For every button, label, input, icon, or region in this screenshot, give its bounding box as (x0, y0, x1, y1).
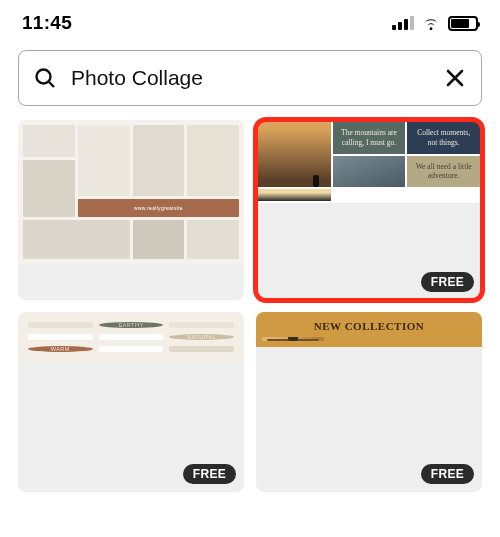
cellular-signal-icon (392, 16, 414, 30)
template-grid: www.reallygreatsite The mountains are ca… (0, 120, 500, 506)
template-card-mountain-quotes[interactable]: The mountains are calling, I must go. Co… (256, 120, 482, 300)
free-badge: FREE (421, 464, 474, 484)
clear-search-button[interactable] (443, 66, 467, 90)
photo-panel (258, 122, 331, 187)
photo-panel (99, 334, 164, 340)
template-watermark: www.reallygreatsite (134, 205, 183, 211)
photo-panel (28, 322, 93, 328)
photo-panel (169, 346, 234, 352)
status-time: 11:45 (22, 12, 72, 34)
template-title: NEW COLLECTION (262, 318, 476, 337)
quote-text: Collect moments, not things. (407, 122, 480, 154)
photo-panel (28, 334, 93, 340)
quote-text: The mountains are calling, I must go. (333, 122, 406, 154)
close-icon (443, 66, 467, 90)
template-card-interior[interactable]: www.reallygreatsite (18, 120, 244, 300)
search-icon (33, 66, 57, 90)
svg-line-1 (49, 82, 54, 87)
photo-panel (99, 346, 164, 352)
photo-panel (258, 189, 331, 201)
wifi-icon (421, 16, 441, 31)
photo-panel (333, 156, 406, 188)
template-card-new-collection[interactable]: NEW COLLECTION FREE (256, 312, 482, 492)
photo-panel (262, 337, 324, 341)
search-box[interactable]: Photo Collage (18, 50, 482, 106)
circle-label: WARM (28, 346, 93, 352)
status-icons (392, 16, 478, 31)
status-bar: 11:45 (0, 0, 500, 44)
svg-point-0 (37, 70, 51, 84)
search-input[interactable]: Photo Collage (71, 66, 429, 90)
free-badge: FREE (183, 464, 236, 484)
photo-panel (169, 322, 234, 328)
circle-label: EARTHY (99, 322, 164, 328)
battery-icon (448, 16, 478, 31)
circle-label: NATURAL (169, 334, 234, 340)
template-card-earthy-grid[interactable]: EARTHY NATURAL WARM FREE (18, 312, 244, 492)
search-container: Photo Collage (0, 44, 500, 120)
quote-text: We all need a little adventure. (407, 156, 480, 188)
free-badge: FREE (421, 272, 474, 292)
